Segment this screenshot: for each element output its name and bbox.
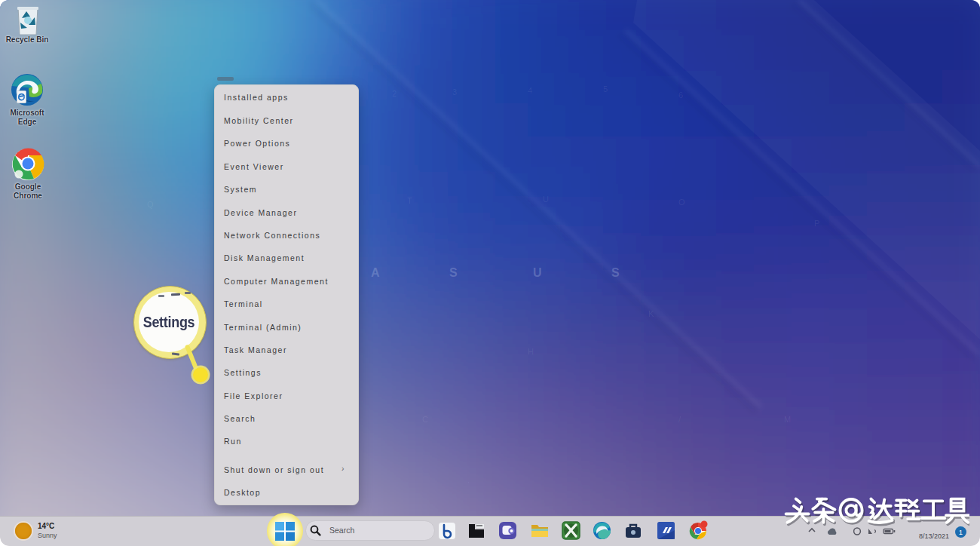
svg-text:3: 3 (452, 87, 457, 97)
svg-text:Q: Q (147, 200, 154, 209)
svg-text:.: . (573, 445, 575, 454)
svg-text:S: S (611, 266, 620, 279)
svg-text:4: 4 (528, 86, 532, 95)
svg-text:H: H (528, 347, 534, 356)
svg-text:M: M (784, 415, 791, 424)
svg-text:,: , (467, 475, 470, 484)
svg-text:C: C (422, 415, 428, 424)
svg-text:A: A (371, 266, 380, 279)
svg-text:P: P (814, 219, 819, 228)
svg-text:5: 5 (603, 84, 608, 94)
svg-text:6: 6 (678, 90, 683, 100)
svg-text:O: O (678, 198, 685, 207)
svg-text:U: U (543, 195, 549, 204)
svg-text:K: K (648, 309, 654, 318)
svg-text:T: T (407, 196, 412, 205)
svg-text:2: 2 (392, 89, 397, 98)
svg-text:S: S (449, 266, 458, 279)
svg-text:U: U (533, 266, 542, 279)
